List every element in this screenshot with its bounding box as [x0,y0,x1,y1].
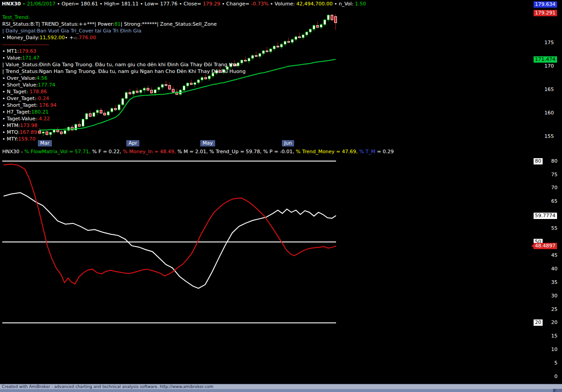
indicator-axis-tick: 45 [551,252,557,259]
price-axis-tick: 165 [544,87,554,93]
text-segment: 177.74 [38,82,55,88]
text-segment: 173.98 [20,123,37,128]
text-segment: % FlowMatrix_Vol = 57.71, [24,149,91,155]
text-segment: -4.22 [37,116,50,122]
indicator-axis-tick: 80 [551,158,557,164]
text-segment: • Short_Value: [2,82,38,88]
text-segment: | Strong:******| Zone_Status:Sell_Zone [120,21,217,27]
text-segment: • MTM: [2,123,20,128]
indicator-axis-tick: 65 [551,198,557,205]
text-segment: • [21,1,27,7]
status-bar: Created with AmiBroker - advanced charti… [0,384,562,389]
text-segment: = 0.29 [375,149,394,155]
text-segment: | Trend_Status:Ngan Han Tang Truong. Đâu… [2,68,245,74]
text-segment: • N_Taget: [2,89,30,95]
text-segment: HNX30 [2,1,21,7]
text-segment: 179.63 [19,48,37,54]
price-level-badge: 179.634 [534,1,557,8]
text-segment: • MTQ: [2,129,20,135]
overlay-line: • Money_Daily:11,592.00• +-:-776.00 [2,34,245,41]
indicator-axis-tick: 30 [551,293,557,299]
overlay-line: • Value:171.47 [2,55,245,61]
text-segment: -776.00 [77,35,96,41]
indicator-axis-tick: 35 [551,279,557,286]
text-segment: • Taget-Value: [2,116,37,122]
indicator-level-badge: 80 [534,158,543,164]
indicator-axis-tick: 55 [551,225,557,232]
overlay-line: • MT1:179.63 [2,48,245,55]
amibroker-window: HNX30 • 21/06/2017 • Open= 180.61 • High… [0,0,562,392]
price-axis-tick: 170 [544,63,554,69]
indicator-chart-svg[interactable] [0,158,532,383]
price-overlay-text: Test_Trend:RSI_Status:B:T| TREND_Status:… [2,14,245,142]
text-segment: 4.56 [37,75,48,81]
x-axis-label-jun: Jun [282,140,294,146]
overlay-line: Test_Trend: [2,14,245,21]
indicator-axis-tick: 20 [551,319,557,326]
text-segment: 167.89 [20,129,37,135]
indicator-axis-tick: 75 [551,172,557,178]
indicator-axis-tick: 70 [551,185,557,191]
overlay-line: | Value_Status:Đinh Gia Tang Truong. Đâu… [2,61,245,68]
indicator-title: HNX30 - % FlowMatrix_Vol = 57.71, % F = … [2,149,394,155]
indicator-level-badge: 20 [534,319,543,326]
text-segment: • Over_Value: [2,75,37,81]
text-segment: • H7_Taget: [2,109,31,115]
overlay-line: • Short_Value:177.74 [2,82,245,88]
text-segment: % Trend_Money = 47.69, [296,149,358,155]
horizontal-scrollbar[interactable] [0,389,562,392]
text-segment: • MT1: [2,48,19,54]
indicator-axis-tick: 40 [551,266,557,272]
overlay-line: -------------------------- [2,41,245,48]
price-axis-tick: 160 [544,110,554,116]
text-segment: 21/06/2017 [27,1,55,7]
text-segment: • Money_Daily: [2,35,40,41]
overlay-line: • Short_Taget: 176.94 [2,102,245,109]
overlay-line: • MTM:173.98 [2,122,245,129]
scroll-right-button[interactable] [556,389,562,392]
text-segment: HNX30 - [2,149,24,155]
indicator-axis-tick: 10 [551,346,557,353]
indicator-level-badge: 59.7774 [534,213,557,219]
indicator-axis[interactable]: 80757065554540353025201510508059.7774504… [532,158,562,383]
overlay-line: • N_Taget: 178.86 [2,88,245,95]
text-segment: 180.21 [31,109,49,115]
overlay-line: • MTQ:167.89 [2,129,245,136]
indicator-axis-tick: 15 [551,333,557,339]
price-level-badge: 171.474 [534,56,557,63]
price-axis[interactable]: 175170165160155179.634179.291171.474 [532,0,562,157]
text-segment: • Volume: [268,1,296,7]
text-segment: • MTY: [2,136,18,142]
overlay-line: • Over_Value:4.56 [2,75,245,82]
text-segment: • n_Vol: [332,1,355,7]
indicator-axis-tick: 25 [551,306,557,313]
overlay-line: • H7_Taget:180.21 [2,109,245,115]
text-segment: 179.29 [203,1,221,7]
overlay-line: • MTY:159.70 [2,136,245,142]
text-segment: -0.73% [251,1,268,7]
text-segment: 81 [114,21,120,27]
price-axis-tick: 175 [544,40,554,46]
text-segment: 178.86 [30,89,47,95]
scrollbar-thumb[interactable] [0,389,553,392]
text-segment: Test_Trend: [2,14,30,20]
overlay-line: • Over_Taget:-0.24 [2,95,245,102]
overlay-line: RSI_Status:B:T| TREND_Status:++***| Powe… [2,21,245,27]
text-segment: | Value_Status:Đinh Gia Tang Truong. Đâu… [2,62,239,68]
price-level-badge: 179.291 [534,10,557,16]
text-segment: • Value: [2,55,22,61]
text-segment: 159.70 [18,136,36,142]
text-segment: • Change= [220,1,251,7]
text-segment: 1.50 [355,1,366,7]
text-segment: % M = 2.01, % Trend_Up = 59.78, % P = -0… [176,149,296,155]
text-segment: 11,592.00 [40,35,65,41]
text-segment: 42,494,700.00 [296,1,332,7]
overlay-line: • Taget-Value:-4.22 [2,115,245,122]
text-segment: -------------------------- [2,41,49,47]
text-segment: -0.24 [36,96,49,101]
indicator-level-badge: 48.4897 [534,243,557,249]
indicator-axis-tick: 0 [554,374,557,380]
text-segment: • Open= 180.61 • High= 181.11 • Low= 177… [55,1,203,7]
text-segment: 171.47 [22,55,40,61]
status-text: Created with AmiBroker - advanced charti… [2,384,213,389]
